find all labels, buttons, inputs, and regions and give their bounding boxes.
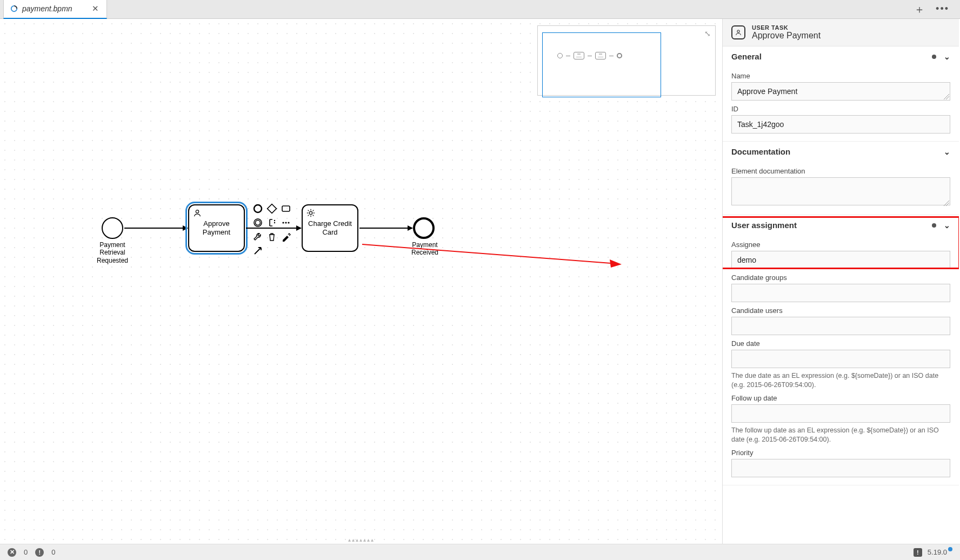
properties-panel: USER TASK Approve Payment General ⌄ Name: [722, 19, 960, 544]
assignee-label: Assignee: [731, 241, 950, 249]
svg-point-6: [256, 221, 261, 225]
user-task-icon: [192, 208, 202, 218]
svg-point-11: [288, 222, 289, 223]
file-tab[interactable]: payment.bpmn ✕: [3, 0, 107, 19]
priority-label: Priority: [731, 449, 950, 457]
chevron-down-icon: ⌄: [944, 52, 950, 61]
svg-rect-4: [282, 206, 290, 211]
panel-header-kind: USER TASK: [752, 24, 821, 31]
new-tab-button[interactable]: ＋: [914, 4, 925, 15]
workspace: ⤡ PaymentRetrievalRequested: [0, 19, 960, 544]
version-label[interactable]: 5.19.0: [928, 548, 952, 556]
name-label: Name: [731, 72, 950, 80]
close-tab-icon[interactable]: ✕: [92, 4, 99, 14]
section-user-assignment: User assignment ⌄ Assignee Candidate gro…: [723, 215, 959, 485]
svg-point-2: [254, 205, 262, 212]
more-icon[interactable]: [280, 217, 292, 229]
section-documentation-header[interactable]: Documentation ⌄: [723, 142, 959, 162]
tab-overflow-menu[interactable]: •••: [936, 4, 949, 15]
bpmn-diagram: PaymentRetrievalRequested ApprovePayment: [97, 214, 530, 322]
file-tab-label: payment.bpmn: [22, 4, 72, 13]
error-count: 0: [24, 548, 28, 556]
section-user-assignment-header[interactable]: User assignment ⌄: [723, 215, 959, 235]
user-task-approve[interactable]: ApprovePayment: [188, 204, 245, 252]
cand-users-label: Candidate users: [731, 306, 950, 315]
warning-count: 0: [51, 548, 55, 556]
svg-line-20: [308, 215, 309, 216]
svg-line-18: [313, 215, 314, 216]
annotation-icon[interactable]: [266, 217, 278, 229]
panel-header: USER TASK Approve Payment: [723, 19, 959, 46]
warning-badge-icon[interactable]: !: [35, 548, 44, 557]
svg-point-23: [737, 30, 739, 32]
append-intermediate-event-icon[interactable]: [252, 217, 264, 229]
due-date-input[interactable]: [731, 350, 950, 368]
svg-line-19: [313, 210, 314, 211]
section-general-header[interactable]: General ⌄: [723, 46, 959, 66]
service-task-icon: [306, 208, 316, 218]
doc-label: Element documentation: [731, 167, 950, 175]
svg-marker-22: [610, 259, 622, 268]
sequence-flow[interactable]: [359, 228, 412, 229]
task-label: Charge CreditCard: [308, 219, 352, 236]
svg-point-1: [196, 210, 198, 213]
svg-line-21: [362, 244, 611, 263]
service-task-charge[interactable]: Charge CreditCard: [302, 204, 358, 252]
start-event[interactable]: PaymentRetrievalRequested: [102, 217, 131, 264]
id-input[interactable]: [731, 115, 950, 134]
callout-arrow: [362, 242, 622, 269]
chevron-down-icon: ⌄: [944, 221, 950, 230]
update-available-dot: [948, 547, 952, 551]
cand-groups-input[interactable]: [731, 284, 950, 302]
name-input[interactable]: [731, 82, 950, 101]
id-label: ID: [731, 105, 950, 113]
doc-textarea[interactable]: [731, 177, 950, 205]
context-pad: [252, 203, 292, 257]
svg-line-17: [308, 210, 309, 211]
color-icon[interactable]: [280, 231, 292, 243]
cand-groups-label: Candidate groups: [731, 274, 950, 282]
follow-up-input[interactable]: [731, 404, 950, 423]
svg-point-12: [309, 211, 312, 214]
trash-icon[interactable]: [266, 231, 278, 243]
svg-point-10: [285, 222, 286, 223]
svg-point-9: [282, 222, 284, 223]
start-event-label: PaymentRetrievalRequested: [94, 241, 131, 264]
user-task-type-icon: [731, 25, 745, 39]
append-task-icon[interactable]: [280, 203, 292, 215]
sequence-flow[interactable]: [124, 228, 188, 229]
minimap[interactable]: ⤡: [537, 25, 716, 96]
priority-input[interactable]: [731, 459, 950, 477]
status-bar: ✕ 0 ! 0 ! 5.19.0: [0, 544, 960, 560]
connect-arrow-icon[interactable]: [252, 245, 264, 257]
section-changed-dot: [932, 55, 936, 59]
due-date-hint: The due date as an EL expression (e.g. $…: [731, 371, 950, 390]
minimap-viewport[interactable]: [542, 32, 661, 97]
section-changed-dot: [932, 223, 936, 228]
svg-point-7: [274, 220, 275, 221]
section-documentation: Documentation ⌄ Element documentation: [723, 142, 959, 215]
error-badge-icon[interactable]: ✕: [8, 548, 16, 557]
svg-point-8: [274, 222, 275, 223]
task-label: ApprovePayment: [203, 219, 230, 236]
due-date-label: Due date: [731, 339, 950, 348]
follow-up-label: Follow up date: [731, 394, 950, 402]
append-gateway-icon[interactable]: [266, 203, 278, 215]
sequence-flow[interactable]: [246, 228, 301, 229]
cand-users-input[interactable]: [731, 317, 950, 335]
feedback-icon[interactable]: !: [914, 548, 922, 557]
follow-up-hint: The follow up date as an EL expression (…: [731, 426, 950, 444]
tab-bar: payment.bpmn ✕ ＋ •••: [0, 0, 960, 19]
chevron-down-icon: ⌄: [944, 148, 950, 156]
append-end-event-icon[interactable]: [252, 203, 264, 215]
camunda-file-icon: [10, 5, 18, 12]
assignee-input[interactable]: [731, 251, 950, 269]
section-general: General ⌄ Name ID: [723, 46, 959, 142]
panel-resize-handle[interactable]: ▴▴▴▴▴▴▴: [348, 537, 375, 543]
diagram-canvas[interactable]: ⤡ PaymentRetrievalRequested: [0, 19, 722, 544]
wrench-icon[interactable]: [252, 231, 264, 243]
svg-rect-3: [268, 204, 277, 214]
panel-header-name: Approve Payment: [752, 31, 821, 41]
